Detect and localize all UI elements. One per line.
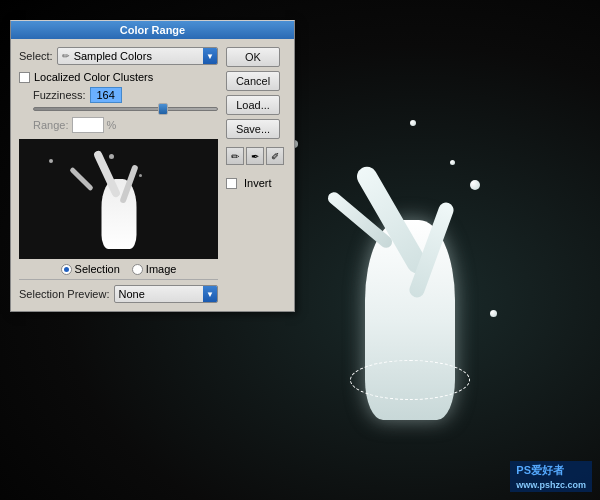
invert-checkbox[interactable]: [226, 178, 237, 189]
localized-label: Localized Color Clusters: [34, 71, 153, 83]
preview-droplet: [49, 159, 53, 163]
eyedropper-small-icon: ✏: [62, 51, 70, 61]
droplet: [450, 160, 455, 165]
localized-checkbox[interactable]: [19, 72, 30, 83]
save-button[interactable]: Save...: [226, 119, 280, 139]
ok-button[interactable]: OK: [226, 47, 280, 67]
image-radio-option[interactable]: Image: [132, 263, 177, 275]
sel-preview-dropdown[interactable]: None ▼: [114, 285, 219, 303]
dialog-left-panel: Select: ✏ Sampled Colors ▼ Localized Col…: [19, 47, 222, 303]
select-dropdown[interactable]: ✏ Sampled Colors ▼: [57, 47, 218, 65]
eyedropper-icon[interactable]: ✏: [226, 147, 244, 165]
image-label: Image: [146, 263, 177, 275]
watermark: PS爱好者 www.pshzc.com: [510, 461, 592, 492]
load-button[interactable]: Load...: [226, 95, 280, 115]
selection-radio-option[interactable]: Selection: [61, 263, 120, 275]
fuzziness-label: Fuzziness:: [33, 89, 86, 101]
invert-row: Invert: [226, 177, 286, 189]
droplet: [470, 180, 480, 190]
droplet: [410, 120, 416, 126]
eyedropper-minus-icon[interactable]: ✐: [266, 147, 284, 165]
sel-preview-arrow-icon: ▼: [203, 286, 217, 302]
fuzziness-slider-container: [19, 107, 218, 111]
dialog-inner: Select: ✏ Sampled Colors ▼ Localized Col…: [19, 47, 286, 303]
cancel-button[interactable]: Cancel: [226, 71, 280, 91]
color-range-dialog: Color Range Select: ✏ Sampled Colors ▼: [10, 20, 295, 312]
fuzziness-value[interactable]: 164: [90, 87, 122, 103]
range-percent: %: [106, 119, 116, 131]
range-row: Range: %: [19, 117, 218, 133]
fuzziness-slider-track[interactable]: [33, 107, 218, 111]
selection-image-row: Selection Image: [19, 263, 218, 275]
watermark-text: PS爱好者: [516, 464, 564, 476]
preview-area: [19, 139, 218, 259]
preview-droplet: [109, 154, 114, 159]
selection-label: Selection: [75, 263, 120, 275]
selection-preview-label: Selection Preview:: [19, 288, 110, 300]
dialog-right-panel: OK Cancel Load... Save... ✏ ✒ ✐ Invert: [222, 47, 286, 303]
image-radio[interactable]: [132, 264, 143, 275]
localized-color-clusters-row: Localized Color Clusters: [19, 71, 218, 83]
fuzziness-row: Fuzziness: 164: [19, 87, 218, 103]
dialog-title: Color Range: [120, 24, 185, 36]
selection-preview-row: Selection Preview: None ▼: [19, 279, 218, 303]
splash-photo: [270, 60, 550, 460]
select-row: Select: ✏ Sampled Colors ▼: [19, 47, 218, 65]
invert-label: Invert: [244, 177, 272, 189]
droplet: [490, 310, 497, 317]
range-label: Range:: [33, 119, 68, 131]
selection-marquee: [350, 360, 470, 400]
preview-content: [19, 139, 218, 259]
watermark-url: www.pshzc.com: [516, 480, 586, 490]
fuzziness-slider-thumb[interactable]: [158, 103, 168, 115]
preview-droplet: [139, 174, 142, 177]
sel-preview-value: None: [119, 288, 145, 300]
select-label: Select:: [19, 50, 53, 62]
tools-row: ✏ ✒ ✐: [226, 147, 286, 165]
dialog-body: Select: ✏ Sampled Colors ▼ Localized Col…: [11, 39, 294, 311]
eyedropper-plus-icon[interactable]: ✒: [246, 147, 264, 165]
select-dropdown-value: Sampled Colors: [74, 50, 152, 62]
dropdown-arrow-icon: ▼: [203, 48, 217, 64]
selection-radio[interactable]: [61, 264, 72, 275]
preview-arm-3: [69, 167, 94, 192]
range-input[interactable]: [72, 117, 104, 133]
dialog-titlebar: Color Range: [11, 21, 294, 39]
